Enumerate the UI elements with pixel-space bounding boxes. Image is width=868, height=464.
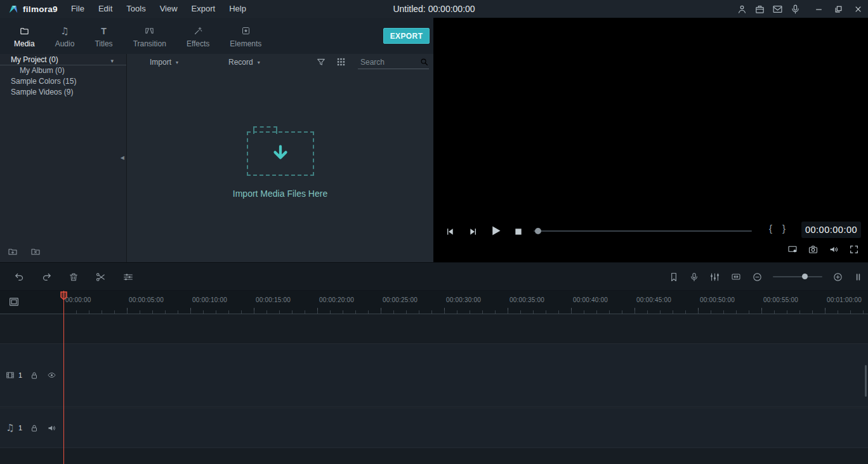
resources-icon[interactable] [751, 0, 768, 18]
redo-icon[interactable] [41, 272, 52, 282]
tab-label: Effects [187, 39, 209, 48]
mail-icon[interactable] [768, 0, 786, 18]
zoom-in-icon[interactable] [832, 272, 843, 282]
menu-item[interactable]: Help [222, 0, 253, 18]
transport-controls: { } 00:00:00:00 [433, 222, 868, 242]
mute-speaker-icon[interactable] [46, 423, 57, 433]
vertical-scrollbar[interactable] [865, 365, 867, 397]
import-media-hint: Import Media Files Here [233, 189, 327, 199]
tab-label: Media [14, 39, 35, 48]
menu-item[interactable]: Tools [119, 0, 152, 18]
timeline-tracks: 1 ♫ 1 [0, 314, 868, 464]
preview-screen [433, 18, 868, 218]
track-height-icon[interactable] [853, 272, 863, 282]
sidebar-item-label: Sample Colors (15) [11, 77, 76, 86]
search-box [358, 55, 429, 69]
seek-bar[interactable] [534, 230, 752, 232]
playhead-line[interactable] [63, 291, 64, 464]
tab-elements[interactable]: Elements [220, 18, 272, 48]
menu-item[interactable]: View [153, 0, 185, 18]
display-settings-icon[interactable] [787, 244, 798, 255]
seek-knob[interactable] [535, 228, 541, 234]
sidebar-item-sample-colors[interactable]: Sample Colors (15) [0, 76, 126, 87]
delete-icon[interactable] [69, 272, 79, 282]
split-scissors-icon[interactable] [95, 272, 106, 282]
search-input[interactable] [358, 58, 419, 67]
tab-media[interactable]: Media [4, 18, 45, 48]
grid-view-icon[interactable] [336, 57, 346, 67]
tab-label: Audio [55, 39, 75, 48]
video-track-icon [5, 371, 15, 380]
mark-out-button[interactable]: } [782, 223, 786, 234]
timeline-toolbar-left [14, 263, 134, 291]
import-drop-zone[interactable] [247, 131, 314, 176]
zoom-slider[interactable] [773, 276, 822, 277]
sidebar-item-label: Sample Videos (9) [11, 88, 74, 96]
previous-frame-button[interactable] [445, 227, 455, 237]
tab-titles[interactable]: T Titles [84, 18, 122, 48]
ruler-label: 00:00:35:00 [510, 296, 544, 303]
advanced-adjust-icon[interactable] [122, 272, 134, 282]
snapshot-camera-icon[interactable] [808, 244, 819, 255]
next-frame-button[interactable] [468, 227, 478, 237]
sidebar-item-sample-videos[interactable]: Sample Videos (9) [0, 87, 126, 98]
preview-panel: { } 00:00:00:00 [433, 18, 868, 262]
timeline-ruler[interactable]: 00:00:0000:00:05:0000:00:10:0000:00:15:0… [63, 291, 868, 314]
zoom-out-icon[interactable] [752, 272, 763, 282]
playhead-handle[interactable] [60, 291, 67, 300]
ruler-label: 00:00:05:00 [129, 296, 164, 303]
import-label: Import [150, 58, 171, 67]
menu-item[interactable]: Edit [91, 0, 119, 18]
record-dropdown[interactable]: Record ▾ [228, 58, 260, 67]
library-region: Media ♫ Audio T Titles Transition [0, 18, 433, 262]
sidebar-item-my-album[interactable]: My Album (0) [0, 65, 126, 76]
app-logo: filmora9 [0, 4, 64, 14]
media-empty-state: Import Media Files Here [127, 131, 433, 199]
audio-track-number: 1 [18, 424, 22, 432]
sidebar-item-my-project[interactable]: My Project (0) ▾ [0, 55, 126, 65]
timeline-panel: 00:00:0000:00:05:0000:00:10:0000:00:15:0… [0, 262, 868, 464]
eye-icon[interactable] [46, 371, 57, 380]
lock-icon[interactable] [30, 371, 39, 380]
timeline-toolbar [0, 263, 868, 291]
video-track-lane[interactable]: 1 [0, 343, 868, 407]
fit-timeline-icon[interactable] [730, 272, 742, 282]
import-dropdown[interactable]: Import ▾ [150, 58, 178, 67]
audio-track-lane[interactable]: ♫ 1 [0, 408, 868, 448]
lock-icon[interactable] [30, 423, 39, 433]
tab-effects[interactable]: Effects [176, 18, 220, 48]
account-icon[interactable] [733, 0, 751, 18]
restore-button[interactable] [829, 0, 848, 18]
export-button[interactable]: EXPORT [383, 28, 430, 44]
manage-tracks-icon[interactable] [8, 296, 20, 307]
tab-audio[interactable]: ♫ Audio [45, 18, 85, 48]
ruler-label: 00:00:50:00 [700, 296, 735, 303]
chevron-down-icon[interactable]: ▾ [110, 56, 114, 66]
play-button[interactable] [489, 224, 503, 237]
menu-item[interactable]: Export [185, 0, 223, 18]
ruler-label: 00:00:30:00 [446, 296, 481, 303]
zoom-knob[interactable] [802, 274, 808, 279]
search-icon[interactable] [419, 57, 429, 67]
effects-tab-icon [193, 25, 204, 36]
volume-icon[interactable] [828, 244, 839, 255]
mark-in-button[interactable]: { [769, 223, 772, 234]
transition-tab-icon [144, 25, 155, 36]
new-folder-icon[interactable] [7, 246, 18, 256]
voiceover-mic-icon[interactable] [689, 272, 699, 282]
delete-folder-icon[interactable] [30, 246, 41, 256]
asset-tabbar: Media ♫ Audio T Titles Transition [0, 18, 433, 54]
collapse-panel-icon[interactable]: ◀ [121, 156, 124, 161]
filter-icon[interactable] [316, 57, 326, 67]
audio-mixer-icon[interactable] [709, 272, 720, 282]
menu-item[interactable]: File [64, 0, 91, 18]
microphone-icon[interactable] [786, 0, 804, 18]
tab-transition[interactable]: Transition [123, 18, 176, 48]
undo-icon[interactable] [14, 272, 25, 282]
close-button[interactable] [848, 0, 868, 18]
minimize-button[interactable] [809, 0, 829, 18]
sidebar-footer [7, 246, 41, 256]
stop-button[interactable] [514, 227, 523, 236]
fullscreen-icon[interactable] [849, 244, 859, 255]
marker-icon[interactable] [669, 272, 679, 282]
